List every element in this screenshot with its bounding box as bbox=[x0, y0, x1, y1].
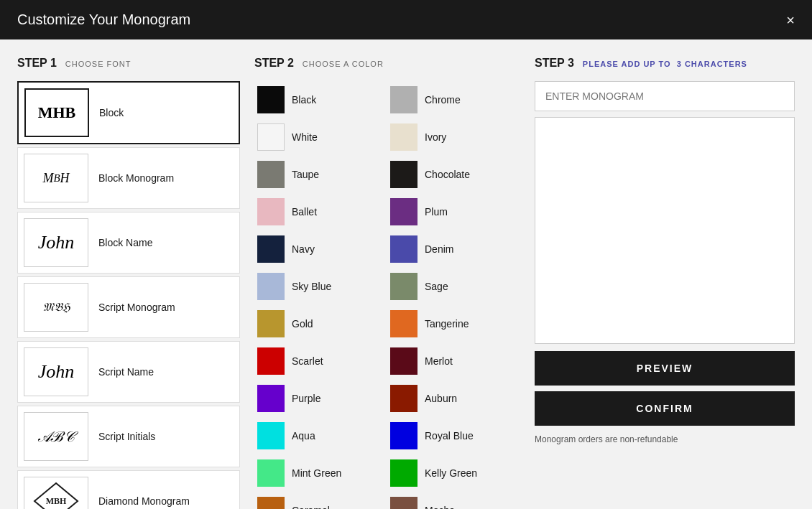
color-swatch-scarlet bbox=[257, 347, 285, 375]
color-item-auburn[interactable]: Auburn bbox=[387, 380, 520, 417]
step1-label: STEP 1 bbox=[17, 57, 57, 70]
monogram-input[interactable] bbox=[535, 81, 795, 111]
step3-desc-text: PLEASE ADD UP TO bbox=[583, 60, 671, 68]
font-name-block-monogram: Block Monogram bbox=[98, 172, 174, 184]
font-item-script-initials[interactable]: 𝒜ℬ𝒞 Script Initials bbox=[17, 406, 240, 467]
step3-label: STEP 3 bbox=[535, 57, 574, 70]
color-swatch-merlot bbox=[390, 347, 417, 375]
color-swatch-caramel bbox=[257, 497, 285, 509]
color-name-purple: Purple bbox=[292, 393, 320, 404]
color-name-sage: Sage bbox=[425, 281, 448, 292]
color-swatch-mint-green bbox=[257, 459, 285, 487]
modal-body: STEP 1 CHOOSE FONT MHB Block MBH Block M… bbox=[0, 39, 812, 509]
color-name-gold: Gold bbox=[292, 318, 313, 330]
color-item-kelly-green[interactable]: Kelly Green bbox=[387, 454, 520, 492]
color-item-black[interactable]: Black bbox=[254, 81, 387, 118]
color-swatch-sky-blue bbox=[257, 273, 285, 300]
preview-button[interactable]: PREVIEW bbox=[535, 351, 795, 386]
color-name-auburn: Auburn bbox=[425, 393, 457, 404]
font-name-script-initials: Script Initials bbox=[98, 431, 155, 442]
color-swatch-black bbox=[257, 86, 285, 113]
color-item-navy[interactable]: Navy bbox=[254, 230, 387, 268]
color-item-royal-blue[interactable]: Royal Blue bbox=[387, 417, 520, 454]
color-swatch-royal-blue bbox=[390, 422, 417, 449]
color-swatch-auburn bbox=[390, 385, 417, 412]
step3-header: STEP 3 PLEASE ADD UP TO 3 CHARACTERS bbox=[535, 57, 795, 70]
color-item-ivory[interactable]: Ivory bbox=[387, 118, 520, 156]
color-item-plum[interactable]: Plum bbox=[387, 193, 520, 230]
color-swatch-kelly-green bbox=[390, 459, 417, 487]
color-name-ballet: Ballet bbox=[292, 206, 317, 218]
font-preview-block-monogram: MBH bbox=[24, 154, 88, 202]
step3-chars-label: CHARACTERS bbox=[685, 60, 747, 68]
font-name-script-name: Script Name bbox=[98, 366, 154, 378]
color-name-white: White bbox=[292, 131, 318, 143]
color-item-sage[interactable]: Sage bbox=[387, 268, 520, 305]
color-name-merlot: Merlot bbox=[425, 355, 453, 367]
color-swatch-ivory bbox=[390, 123, 417, 151]
color-item-ballet[interactable]: Ballet bbox=[254, 193, 387, 230]
font-item-diamond-monogram[interactable]: MBH Diamond Monogram bbox=[17, 470, 240, 509]
color-name-kelly-green: Kelly Green bbox=[425, 467, 477, 479]
color-name-aqua: Aqua bbox=[292, 430, 315, 442]
color-item-sky-blue[interactable]: Sky Blue bbox=[254, 268, 387, 305]
color-item-chrome[interactable]: Chrome bbox=[387, 81, 520, 118]
color-item-mocha[interactable]: Mocha bbox=[387, 492, 520, 509]
step2-label: STEP 2 bbox=[254, 57, 294, 70]
font-name-block: Block bbox=[99, 107, 124, 118]
color-item-aqua[interactable]: Aqua bbox=[254, 417, 387, 454]
step2-header: STEP 2 CHOOSE A COLOR bbox=[254, 57, 520, 70]
confirm-button[interactable]: CONFIRM bbox=[535, 391, 795, 426]
color-item-merlot[interactable]: Merlot bbox=[387, 342, 520, 380]
color-name-ivory: Ivory bbox=[425, 131, 446, 143]
color-swatch-gold bbox=[257, 310, 285, 337]
step3-section: STEP 3 PLEASE ADD UP TO 3 CHARACTERS PRE… bbox=[535, 57, 795, 509]
close-button[interactable]: × bbox=[786, 13, 795, 27]
color-swatch-chrome bbox=[390, 86, 417, 113]
font-item-block-name[interactable]: John Block Name bbox=[17, 212, 240, 274]
color-item-denim[interactable]: Denim bbox=[387, 230, 520, 268]
color-swatch-plum bbox=[390, 198, 417, 225]
color-name-mint-green: Mint Green bbox=[292, 467, 341, 479]
font-list: MHB Block MBH Block Monogram John Block … bbox=[17, 81, 240, 509]
color-swatch-purple bbox=[257, 385, 285, 412]
color-name-plum: Plum bbox=[425, 206, 448, 218]
font-preview-diamond-monogram: MBH bbox=[24, 477, 88, 509]
step1-desc: CHOOSE FONT bbox=[65, 60, 132, 68]
color-name-royal-blue: Royal Blue bbox=[425, 430, 474, 442]
modal: Customize Your Monogram × STEP 1 CHOOSE … bbox=[0, 0, 812, 509]
color-swatch-navy bbox=[257, 235, 285, 263]
color-name-sky-blue: Sky Blue bbox=[292, 281, 331, 292]
color-name-black: Black bbox=[292, 94, 316, 106]
color-swatch-taupe bbox=[257, 161, 285, 188]
font-item-block-monogram[interactable]: MBH Block Monogram bbox=[17, 147, 240, 209]
modal-title: Customize Your Monogram bbox=[17, 11, 190, 28]
color-item-tangerine[interactable]: Tangerine bbox=[387, 305, 520, 342]
non-refund-text: Monogram orders are non-refundable bbox=[535, 434, 795, 444]
font-item-script-name[interactable]: John Script Name bbox=[17, 341, 240, 403]
font-preview-script-initials: 𝒜ℬ𝒞 bbox=[24, 412, 88, 461]
color-swatch-aqua bbox=[257, 422, 285, 449]
font-item-block[interactable]: MHB Block bbox=[17, 81, 240, 144]
svg-text:MBH: MBH bbox=[46, 496, 67, 506]
color-swatch-tangerine bbox=[390, 310, 417, 337]
font-name-diamond-monogram: Diamond Monogram bbox=[98, 495, 190, 507]
color-item-taupe[interactable]: Taupe bbox=[254, 156, 387, 193]
color-item-scarlet[interactable]: Scarlet bbox=[254, 342, 387, 380]
color-item-caramel[interactable]: Caramel bbox=[254, 492, 387, 509]
font-preview-block: MHB bbox=[24, 88, 89, 137]
color-item-gold[interactable]: Gold bbox=[254, 305, 387, 342]
color-item-purple[interactable]: Purple bbox=[254, 380, 387, 417]
color-item-white[interactable]: White bbox=[254, 118, 387, 156]
color-name-mocha: Mocha bbox=[425, 505, 455, 509]
color-item-chocolate[interactable]: Chocolate bbox=[387, 156, 520, 193]
font-item-script-monogram[interactable]: 𝔐𝔅ℌ Script Monogram bbox=[17, 276, 240, 338]
color-name-chocolate: Chocolate bbox=[425, 169, 470, 180]
font-name-script-monogram: Script Monogram bbox=[98, 302, 175, 313]
color-name-taupe: Taupe bbox=[292, 169, 319, 180]
step1-header: STEP 1 CHOOSE FONT bbox=[17, 57, 240, 70]
step2-desc: CHOOSE A COLOR bbox=[303, 60, 384, 68]
color-swatch-denim bbox=[390, 235, 417, 263]
color-item-mint-green[interactable]: Mint Green bbox=[254, 454, 387, 492]
modal-header: Customize Your Monogram × bbox=[0, 0, 812, 39]
